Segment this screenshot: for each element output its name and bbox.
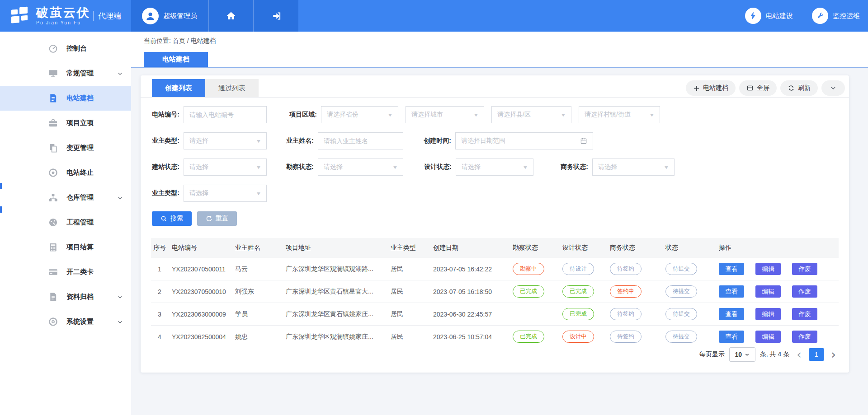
archive-icon xyxy=(47,292,58,303)
breadcrumb-prefix: 当前位置: xyxy=(144,37,171,44)
edit-button[interactable]: 编辑 xyxy=(755,285,781,298)
sidebar-item-system-settings[interactable]: 系统设置 xyxy=(0,309,131,334)
view-button[interactable]: 查看 xyxy=(719,308,744,320)
total-count-text: 条, 共 4 条 xyxy=(760,350,789,359)
owner-name-input[interactable] xyxy=(318,132,403,149)
col-design: 设计状态 xyxy=(559,238,606,258)
calendar-icon xyxy=(580,137,587,145)
lightning-icon xyxy=(745,8,761,24)
tab-passed-list[interactable]: 通过列表 xyxy=(205,79,259,97)
sitemap-icon xyxy=(47,192,58,203)
edit-button[interactable]: 编辑 xyxy=(755,308,781,320)
design-status-badge: 已完成 xyxy=(562,285,594,298)
business-status-badge: 待签约 xyxy=(610,263,642,275)
app-header: 破茧云伏 Po Jian Yun Fu 代理端 超级管理员 xyxy=(0,0,868,32)
current-user[interactable]: 超级管理员 xyxy=(131,0,208,32)
design-status-select[interactable]: 请选择▼ xyxy=(456,159,533,176)
portal-label: 代理端 xyxy=(93,0,121,32)
per-page-label: 每页显示 xyxy=(699,350,725,359)
business-status-badge: 待签约 xyxy=(610,331,642,343)
home-button[interactable] xyxy=(208,0,254,32)
tab-create-list[interactable]: 创建列表 xyxy=(152,79,205,97)
table-row: 3 YX2023063000009 学员 广东深圳龙华区黄石镇姚家庄... 居民… xyxy=(151,303,839,326)
build-status-label: 建站状态: xyxy=(150,163,179,171)
void-button[interactable]: 作废 xyxy=(792,263,817,275)
station-no-input[interactable] xyxy=(184,106,267,123)
business-status-label: 商务状态: xyxy=(558,163,588,171)
search-button[interactable]: 搜索 xyxy=(152,211,192,226)
chevron-down-icon: ▼ xyxy=(649,112,655,117)
county-select[interactable]: 请选择县/区▼ xyxy=(491,106,571,123)
collapse-toolbar-button[interactable] xyxy=(821,80,845,96)
sidebar-item-project-settlement[interactable]: 项目结算 xyxy=(0,235,131,260)
sidebar-item-change-mgmt[interactable]: 变更管理 xyxy=(0,135,131,160)
briefcase-icon xyxy=(47,118,58,129)
fullscreen-button[interactable]: 全屏 xyxy=(739,80,777,96)
design-status-badge: 待设计 xyxy=(562,263,594,275)
breadcrumb: 当前位置: 首页 / 电站建档 xyxy=(144,37,216,45)
logo-subtitle: Po Jian Yun Fu xyxy=(36,20,90,25)
col-created: 创建日期 xyxy=(429,238,509,258)
town-select[interactable]: 请选择村镇/街道▼ xyxy=(579,106,660,123)
survey-status-select[interactable]: 请选择▼ xyxy=(318,159,403,176)
breadcrumb-separator: / xyxy=(187,37,189,44)
prev-page-button[interactable]: ‹ xyxy=(794,349,804,360)
document-icon xyxy=(47,93,58,104)
copy-icon xyxy=(47,143,58,154)
sidebar-item-open-card[interactable]: 开二类卡 xyxy=(0,260,131,284)
breadcrumb-home-link[interactable]: 首页 xyxy=(173,37,185,44)
page-tab-station-archive[interactable]: 电站建档 xyxy=(144,52,208,67)
table-row: 2 YX2023070500010 刘强东 广东深圳龙华区黄石镇星官大... 居… xyxy=(151,280,839,303)
sidebar-item-engineering-mgmt[interactable]: 工程管理 xyxy=(0,210,131,235)
owner-type2-select[interactable]: 请选择▼ xyxy=(184,185,267,202)
wrench-icon xyxy=(812,8,828,24)
card-icon xyxy=(47,267,58,278)
sidebar-item-console[interactable]: 控制台 xyxy=(0,36,131,61)
owner-type-select[interactable]: 请选择▼ xyxy=(184,132,267,149)
refresh-button[interactable]: 刷新 xyxy=(780,80,818,96)
city-select[interactable]: 请选择城市▼ xyxy=(406,106,484,123)
view-button[interactable]: 查看 xyxy=(719,331,744,343)
chevron-down-icon: ▼ xyxy=(256,139,262,144)
current-page[interactable]: 1 xyxy=(809,348,824,361)
nav-station-construction[interactable]: 电站建设 xyxy=(745,8,793,24)
province-select[interactable]: 请选择省份▼ xyxy=(321,106,398,123)
per-page-select[interactable]: 10 xyxy=(729,347,755,362)
create-station-button[interactable]: 电站建档 xyxy=(686,80,736,96)
user-avatar-icon xyxy=(142,8,159,24)
void-button[interactable]: 作废 xyxy=(792,331,817,343)
logout-button[interactable] xyxy=(253,0,298,32)
sidebar-item-station-termination[interactable]: 电站终止 xyxy=(0,160,131,185)
chevron-down-icon: ▼ xyxy=(523,165,528,170)
view-button[interactable]: 查看 xyxy=(719,285,744,298)
edit-button[interactable]: 编辑 xyxy=(755,263,781,275)
business-status-badge: 待签约 xyxy=(610,308,642,320)
col-business: 商务状态 xyxy=(606,238,662,258)
edit-button[interactable]: 编辑 xyxy=(755,331,781,343)
business-status-select[interactable]: 请选择▼ xyxy=(592,159,675,176)
status-badge: 待提交 xyxy=(665,285,697,298)
sidebar-item-project-initiation[interactable]: 项目立项 xyxy=(0,111,131,135)
sidebar-item-general-mgmt[interactable]: 常规管理 xyxy=(0,61,131,86)
sidebar-item-data-archive[interactable]: 资料归档 xyxy=(0,284,131,309)
search-icon xyxy=(160,215,167,222)
design-status-label: 设计状态: xyxy=(422,163,452,171)
col-station-no: 电站编号 xyxy=(168,238,231,258)
build-status-select[interactable]: 请选择▼ xyxy=(184,159,267,176)
status-badge: 待提交 xyxy=(665,308,697,320)
header-user-area: 超级管理员 xyxy=(131,0,298,32)
nav-monitoring-ops[interactable]: 监控运维 xyxy=(812,8,860,24)
survey-status-label: 勘察状态: xyxy=(284,163,314,171)
sidebar-item-station-archive[interactable]: 电站建档 xyxy=(0,86,131,111)
sidebar: 控制台 常规管理 电站建档 项目立项 xyxy=(0,32,131,415)
logo-title: 破茧云伏 xyxy=(36,6,90,19)
next-page-button[interactable]: › xyxy=(829,349,839,360)
void-button[interactable]: 作废 xyxy=(792,285,817,298)
void-button[interactable]: 作废 xyxy=(792,308,817,320)
sidebar-item-warehouse-mgmt[interactable]: 仓库管理 xyxy=(0,185,131,210)
home-icon xyxy=(226,10,236,21)
station-no-label: 电站编号: xyxy=(150,111,179,119)
reset-button[interactable]: 重置 xyxy=(197,211,237,226)
view-button[interactable]: 查看 xyxy=(719,263,744,275)
date-range-input[interactable]: 请选择日期范围 xyxy=(455,132,593,149)
